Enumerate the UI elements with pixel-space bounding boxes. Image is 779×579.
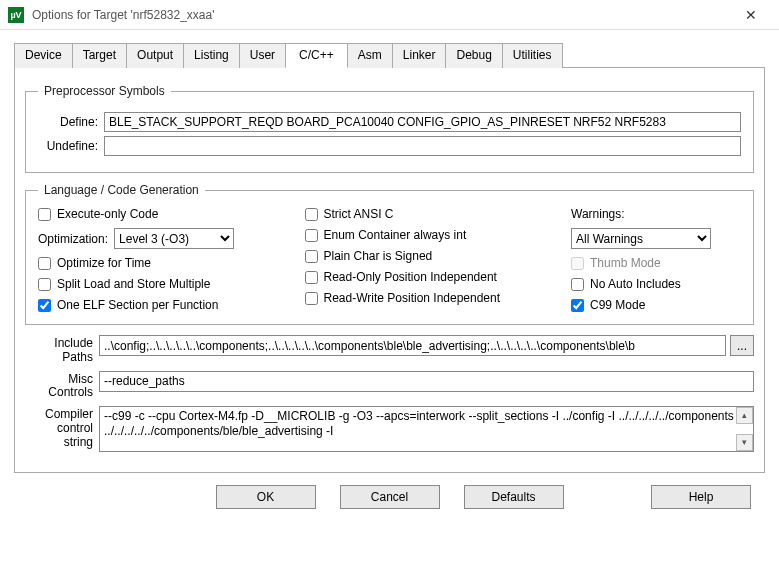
language-group: Language / Code Generation Execute-only …	[25, 183, 754, 325]
ro-pi-input[interactable]	[305, 271, 318, 284]
tab-asm[interactable]: Asm	[347, 43, 393, 68]
enum-int-checkbox[interactable]: Enum Container always int	[305, 228, 552, 242]
ro-pi-label: Read-Only Position Independent	[324, 270, 497, 284]
rw-pi-checkbox[interactable]: Read-Write Position Independent	[305, 291, 552, 305]
optimize-time-input[interactable]	[38, 257, 51, 270]
warnings-select[interactable]: All Warnings	[571, 228, 711, 249]
compiler-string-box: --c99 -c --cpu Cortex-M4.fp -D__MICROLIB…	[99, 406, 754, 452]
enum-int-input[interactable]	[305, 229, 318, 242]
split-load-input[interactable]	[38, 278, 51, 291]
tab-device[interactable]: Device	[14, 43, 73, 68]
defaults-button[interactable]: Defaults	[464, 485, 564, 509]
compiler-string-label: Compiler control string	[25, 406, 95, 449]
tab-output[interactable]: Output	[126, 43, 184, 68]
titlebar: µV Options for Target 'nrf52832_xxaa' ✕	[0, 0, 779, 30]
ok-button[interactable]: OK	[216, 485, 316, 509]
misc-controls-input[interactable]	[99, 371, 754, 392]
one-elf-checkbox[interactable]: One ELF Section per Function	[38, 298, 285, 312]
undefine-input[interactable]	[104, 136, 741, 156]
thumb-checkbox: Thumb Mode	[571, 256, 741, 270]
execute-only-checkbox[interactable]: Execute-only Code	[38, 207, 285, 221]
preprocessor-group: Preprocessor Symbols Define: Undefine:	[25, 84, 754, 173]
tab-c-cpp[interactable]: C/C++	[285, 43, 348, 68]
tab-linker[interactable]: Linker	[392, 43, 447, 68]
tab-strip: Device Target Output Listing User C/C++ …	[14, 42, 765, 68]
no-auto-includes-label: No Auto Includes	[590, 277, 681, 291]
plain-char-input[interactable]	[305, 250, 318, 263]
enum-int-label: Enum Container always int	[324, 228, 467, 242]
include-paths-browse-button[interactable]: ...	[730, 335, 754, 356]
strict-ansi-input[interactable]	[305, 208, 318, 221]
c99-input[interactable]	[571, 299, 584, 312]
close-icon: ✕	[745, 7, 757, 23]
optimize-time-checkbox[interactable]: Optimize for Time	[38, 256, 285, 270]
tab-utilities[interactable]: Utilities	[502, 43, 563, 68]
warnings-label: Warnings:	[571, 207, 741, 221]
tab-listing[interactable]: Listing	[183, 43, 240, 68]
strict-ansi-checkbox[interactable]: Strict ANSI C	[305, 207, 552, 221]
rw-pi-input[interactable]	[305, 292, 318, 305]
no-auto-includes-checkbox[interactable]: No Auto Includes	[571, 277, 741, 291]
one-elf-label: One ELF Section per Function	[57, 298, 218, 312]
button-bar: OK Cancel Defaults Help	[14, 473, 765, 515]
thumb-input	[571, 257, 584, 270]
optimization-label: Optimization:	[38, 232, 108, 246]
split-load-checkbox[interactable]: Split Load and Store Multiple	[38, 277, 285, 291]
optimize-time-label: Optimize for Time	[57, 256, 151, 270]
undefine-label: Undefine:	[38, 139, 104, 153]
language-legend: Language / Code Generation	[38, 183, 205, 197]
cancel-button[interactable]: Cancel	[340, 485, 440, 509]
help-button[interactable]: Help	[651, 485, 751, 509]
tab-debug[interactable]: Debug	[445, 43, 502, 68]
execute-only-input[interactable]	[38, 208, 51, 221]
tab-target[interactable]: Target	[72, 43, 127, 68]
include-paths-input[interactable]	[99, 335, 726, 356]
define-input[interactable]	[104, 112, 741, 132]
optimization-select[interactable]: Level 3 (-O3)	[114, 228, 234, 249]
ro-pi-checkbox[interactable]: Read-Only Position Independent	[305, 270, 552, 284]
c99-checkbox[interactable]: C99 Mode	[571, 298, 741, 312]
scroll-up-icon[interactable]: ▴	[736, 407, 753, 424]
scroll-down-icon[interactable]: ▾	[736, 434, 753, 451]
c99-label: C99 Mode	[590, 298, 645, 312]
window-title: Options for Target 'nrf52832_xxaa'	[32, 8, 731, 22]
plain-char-label: Plain Char is Signed	[324, 249, 433, 263]
strict-ansi-label: Strict ANSI C	[324, 207, 394, 221]
tab-user[interactable]: User	[239, 43, 286, 68]
compiler-scrollbar[interactable]: ▴ ▾	[736, 407, 753, 451]
split-load-label: Split Load and Store Multiple	[57, 277, 210, 291]
preprocessor-legend: Preprocessor Symbols	[38, 84, 171, 98]
execute-only-label: Execute-only Code	[57, 207, 158, 221]
include-paths-label: Include Paths	[25, 335, 95, 365]
tab-body: Preprocessor Symbols Define: Undefine: L…	[14, 68, 765, 473]
misc-controls-label: Misc Controls	[25, 371, 95, 401]
no-auto-includes-input[interactable]	[571, 278, 584, 291]
one-elf-input[interactable]	[38, 299, 51, 312]
rw-pi-label: Read-Write Position Independent	[324, 291, 501, 305]
compiler-string-text: --c99 -c --cpu Cortex-M4.fp -D__MICROLIB…	[104, 409, 745, 438]
app-icon: µV	[8, 7, 24, 23]
thumb-label: Thumb Mode	[590, 256, 661, 270]
close-button[interactable]: ✕	[731, 1, 771, 29]
define-label: Define:	[38, 115, 104, 129]
plain-char-checkbox[interactable]: Plain Char is Signed	[305, 249, 552, 263]
